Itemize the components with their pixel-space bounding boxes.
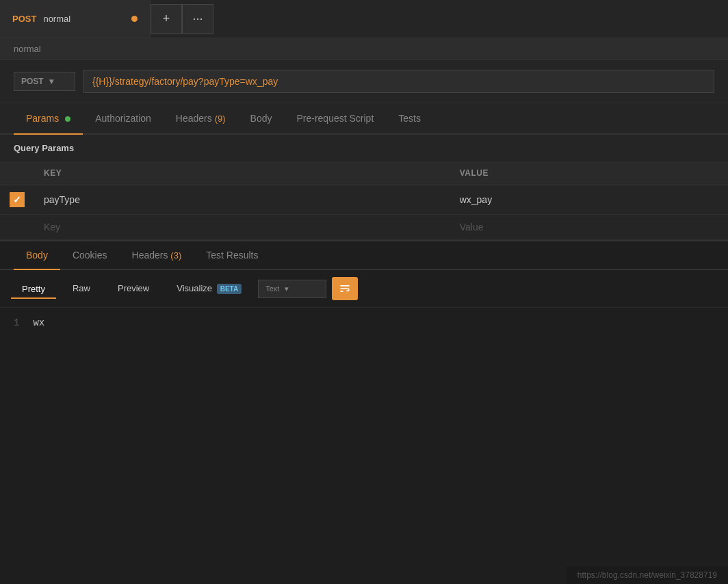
tab-params[interactable]: Params bbox=[14, 103, 83, 135]
tab-prerequest[interactable]: Pre-request Script bbox=[284, 103, 386, 135]
url-input[interactable] bbox=[83, 70, 714, 93]
code-area: 1 wx bbox=[0, 308, 728, 338]
empty-value-cell[interactable]: Value bbox=[450, 215, 728, 240]
subtitle-text: normal bbox=[14, 44, 41, 54]
more-options-button[interactable]: ··· bbox=[182, 4, 213, 34]
row-value-value: wx_pay bbox=[460, 194, 492, 205]
empty-key-cell[interactable]: Key bbox=[34, 215, 450, 240]
resp-body-label: Body bbox=[26, 250, 48, 261]
method-label: POST bbox=[21, 77, 44, 86]
tab-actions: + ··· bbox=[151, 4, 213, 34]
row-key-value: payType bbox=[44, 194, 80, 205]
code-line-1: wx bbox=[33, 317, 44, 328]
key-placeholder: Key bbox=[44, 222, 60, 233]
tab-tests[interactable]: Tests bbox=[386, 103, 433, 135]
tab-prerequest-label: Pre-request Script bbox=[296, 113, 374, 124]
method-dropdown-icon: ▾ bbox=[49, 77, 53, 86]
table-row: payType wx_pay bbox=[0, 185, 728, 215]
format-raw-label: Raw bbox=[73, 283, 90, 293]
tab-bar: POST normal + ··· bbox=[0, 0, 728, 38]
headers-badge: (9) bbox=[215, 114, 226, 124]
tab-body-label: Body bbox=[250, 113, 272, 124]
resp-tab-cookies[interactable]: Cookies bbox=[60, 241, 120, 270]
request-tabs: Params Authorization Headers (9) Body Pr… bbox=[0, 103, 728, 135]
resp-cookies-label: Cookies bbox=[73, 250, 107, 261]
subtitle-bar: normal bbox=[0, 38, 728, 60]
params-active-dot bbox=[65, 116, 70, 122]
line-numbers: 1 bbox=[14, 317, 19, 328]
row-value-cell[interactable]: wx_pay bbox=[450, 185, 728, 215]
tab-authorization-label: Authorization bbox=[95, 113, 151, 124]
tab-unsaved-dot bbox=[131, 16, 138, 22]
value-placeholder: Value bbox=[460, 222, 484, 233]
tab-params-label: Params bbox=[26, 113, 59, 124]
resp-tab-body[interactable]: Body bbox=[14, 241, 60, 270]
col-checkbox bbox=[0, 161, 34, 185]
col-value-header: VALUE bbox=[450, 161, 728, 185]
tab-headers-label: Headers bbox=[176, 113, 215, 124]
format-preview-label: Preview bbox=[118, 283, 149, 293]
active-tab[interactable]: POST normal bbox=[0, 0, 151, 38]
beta-badge: BETA bbox=[217, 284, 242, 294]
format-pretty-button[interactable]: Pretty bbox=[11, 279, 56, 299]
row-checkbox-cell[interactable] bbox=[0, 185, 34, 215]
word-wrap-button[interactable] bbox=[332, 277, 358, 300]
query-params-section-title: Query Params bbox=[0, 135, 728, 161]
tab-headers[interactable]: Headers (9) bbox=[164, 103, 238, 135]
footer: https://blog.csdn.net/weixin_37828719 bbox=[567, 566, 728, 584]
format-pretty-label: Pretty bbox=[22, 284, 45, 294]
format-visualize-button[interactable]: Visualize BETA bbox=[166, 278, 252, 300]
text-type-label: Text bbox=[265, 284, 279, 293]
response-toolbar: Pretty Raw Preview Visualize BETA Text ▾ bbox=[0, 270, 728, 308]
params-table: KEY VALUE payType wx_pay Key Value bbox=[0, 161, 728, 240]
tab-tests-label: Tests bbox=[398, 113, 421, 124]
text-type-dropdown[interactable]: Text ▾ bbox=[258, 280, 326, 298]
response-tabs: Body Cookies Headers (3) Test Results bbox=[0, 240, 728, 270]
table-row-empty: Key Value bbox=[0, 215, 728, 240]
resp-headers-label: Headers bbox=[132, 250, 171, 261]
footer-url: https://blog.csdn.net/weixin_37828719 bbox=[577, 570, 717, 580]
wrap-icon bbox=[338, 282, 352, 295]
tab-name-label: normal bbox=[43, 14, 70, 24]
format-visualize-label: Visualize bbox=[177, 283, 212, 293]
resp-tab-headers[interactable]: Headers (3) bbox=[120, 241, 194, 270]
tab-method-label: POST bbox=[12, 14, 36, 24]
code-content[interactable]: wx bbox=[33, 317, 44, 328]
line-num-1: 1 bbox=[14, 317, 19, 328]
row-key-cell[interactable]: payType bbox=[34, 185, 450, 215]
add-tab-button[interactable]: + bbox=[151, 4, 182, 34]
empty-checkbox-cell bbox=[0, 215, 34, 240]
url-bar: POST ▾ bbox=[0, 60, 728, 103]
resp-headers-badge: (3) bbox=[170, 250, 181, 261]
resp-tab-test-results[interactable]: Test Results bbox=[194, 241, 270, 270]
format-preview-button[interactable]: Preview bbox=[107, 278, 160, 300]
tab-authorization[interactable]: Authorization bbox=[83, 103, 164, 135]
text-dropdown-icon: ▾ bbox=[285, 284, 289, 293]
checkbox-checked[interactable] bbox=[10, 192, 25, 207]
method-select[interactable]: POST ▾ bbox=[14, 72, 75, 91]
tab-body[interactable]: Body bbox=[238, 103, 285, 135]
col-key-header: KEY bbox=[34, 161, 450, 185]
format-raw-button[interactable]: Raw bbox=[62, 278, 101, 300]
resp-test-results-label: Test Results bbox=[206, 250, 258, 261]
